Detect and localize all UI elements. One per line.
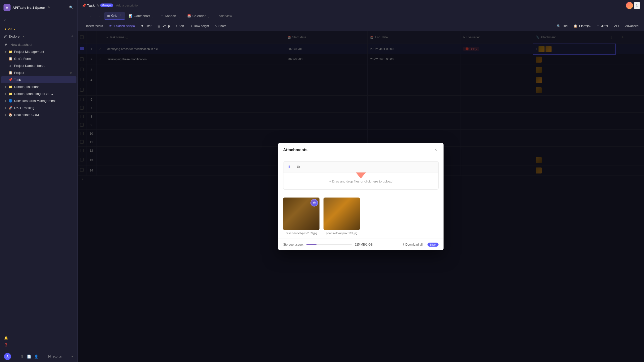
kanban-board-label: Project Kanban board xyxy=(14,64,72,68)
tab-gantt[interactable]: 📊 Gantt chart ⋮ xyxy=(126,13,157,19)
folder4-icon: 🔵 xyxy=(9,99,13,103)
find-button[interactable]: 🔍 Find xyxy=(554,23,570,29)
tab-grid[interactable]: ⊞ Grid ⋮ xyxy=(104,12,125,20)
filter-button[interactable]: ⚗ Filter xyxy=(138,23,154,29)
nav-back-button[interactable]: ← xyxy=(88,13,95,19)
delete-icon[interactable]: 🗑 xyxy=(20,354,24,358)
records-count[interactable]: 14 records xyxy=(48,355,62,358)
storage-bar xyxy=(306,244,352,245)
upload-link-button[interactable]: ⧉ xyxy=(296,164,301,170)
hidden-fields-label: 1 hidden field(s) xyxy=(113,24,135,28)
add-view-button[interactable]: + Add view xyxy=(213,13,234,19)
forms-icon: 📋 xyxy=(574,24,577,28)
edit-icon[interactable]: ✎ xyxy=(47,5,51,10)
group-button[interactable]: ▤ Group xyxy=(155,23,172,29)
modal-overlay[interactable]: Attachments × ⬆ ⧉ + Drag and drop xyxy=(78,31,644,362)
folder2-icon: 📁 xyxy=(9,85,13,89)
modal-title: Attachments xyxy=(283,148,307,152)
api-button[interactable]: API xyxy=(612,23,621,29)
folder6-icon: 🏠 xyxy=(9,113,13,117)
image-thumb-2[interactable] xyxy=(324,198,360,230)
sidebar-item-project-management[interactable]: ▶ 📁 Project Management xyxy=(1,48,76,55)
description-text[interactable]: Add a description xyxy=(116,4,139,7)
calendar-tab-more[interactable]: ⋮ xyxy=(207,14,210,18)
template-icon[interactable]: 📄 xyxy=(27,354,31,358)
download-icon: ⬇ xyxy=(402,243,404,246)
explorer-chevron: ▼ xyxy=(22,35,25,38)
sidebar-tree: # New datasheet ▶ 📁 Project Management 📋… xyxy=(0,40,77,332)
sidebar-nav-home[interactable]: ⌂ xyxy=(0,16,77,24)
kanban-icon: ⊟ xyxy=(9,64,13,68)
user-icon[interactable]: 👤 xyxy=(34,354,38,358)
sidebar-item-real-estate[interactable]: ▶ 🏠 Real estate CRM xyxy=(1,111,76,118)
mirror-button[interactable]: ⊞ Mirror xyxy=(594,23,611,29)
sidebar-item-new-datasheet[interactable]: # New datasheet xyxy=(1,41,76,48)
grid-tab-more[interactable]: ⋮ xyxy=(119,14,122,18)
tab-calendar[interactable]: 📅 Calendar ⋮ xyxy=(184,13,213,19)
storage-bar-fill xyxy=(306,244,316,245)
upload-area: ⬆ ⧉ + Drag and drop files or click here … xyxy=(283,161,439,190)
row-height-button[interactable]: ⇕ Row height xyxy=(188,23,211,29)
explorer-label: Explorer xyxy=(9,35,21,38)
explorer-toggle[interactable]: 🖊 Explorer ▼ xyxy=(4,35,25,38)
search-button[interactable]: 🔍 xyxy=(69,5,74,10)
row-height-icon: ⇕ xyxy=(190,24,193,28)
pin-chevron: ▲ xyxy=(13,28,16,31)
insert-record-button[interactable]: + Insert record xyxy=(81,23,105,29)
project-management-label: Project Management xyxy=(14,50,72,54)
user-avatar[interactable]: A xyxy=(4,353,11,360)
folder5-icon: 🚀 xyxy=(9,106,13,110)
page-title: Task xyxy=(87,4,95,8)
nav-forward-button[interactable]: → xyxy=(95,13,102,19)
calendar-icon: 📅 xyxy=(187,14,191,18)
real-estate-label: Real estate CRM xyxy=(14,113,72,117)
sidebar: A APITable No.1 Space ✎ 🔍 ⌂ ★ Pin ▲ 🖊 Ex… xyxy=(0,0,78,362)
add-item-button[interactable]: + xyxy=(71,34,73,39)
upload-toolbar: ⬆ ⧉ xyxy=(283,161,438,172)
sidebar-item-kanban-board[interactable]: ⊟ Project Kanban board xyxy=(1,62,76,69)
hidden-fields-button[interactable]: 👁 1 hidden field(s) xyxy=(106,23,137,29)
folder3-icon: 📁 xyxy=(9,92,13,96)
pin-section[interactable]: ★ Pin ▲ xyxy=(0,26,77,33)
delete-image-1-button[interactable]: 🗑 xyxy=(310,199,318,207)
expand-arrow2-icon: ▶ xyxy=(5,92,7,95)
task-icon: 📌 xyxy=(9,78,13,82)
sidebar-item-user-research[interactable]: ▶ 🔵 User Research Management xyxy=(1,97,76,104)
gantt-tab-more[interactable]: ⋮ xyxy=(151,14,154,18)
share-icon: ▷ xyxy=(215,24,217,28)
sort-button[interactable]: ↕ Sort xyxy=(173,23,187,29)
forms-button[interactable]: 📋 1 form(s) xyxy=(571,23,593,29)
user-avatar-top xyxy=(626,2,633,9)
storage-label: Storage usage: xyxy=(283,243,303,246)
task-pin-icon: 📌 xyxy=(82,4,86,8)
collapse-sidebar-button[interactable]: ⊣ xyxy=(80,13,86,19)
eye-icon: 👁 xyxy=(109,24,112,28)
modal-close-button[interactable]: × xyxy=(433,147,439,153)
kanban-tab-more[interactable]: ⋮ xyxy=(178,14,181,18)
upload-file-button[interactable]: ⬆ xyxy=(286,163,292,170)
add-view-label: + Add view xyxy=(216,14,232,18)
filter-label: Filter xyxy=(145,24,152,28)
workspace-title: APITable No.1 Space xyxy=(13,6,45,10)
grid-area: ≡ Task Name ⓘ 📅 Start_date xyxy=(78,31,644,362)
notifications-button[interactable]: 🔔 xyxy=(0,334,77,341)
advanced-button[interactable]: Advanced xyxy=(623,23,641,29)
user-research-label: User Research Management xyxy=(14,99,72,103)
share-button[interactable]: ▷ Share xyxy=(212,23,229,29)
download-all-button[interactable]: ⬇ Download all xyxy=(400,242,425,247)
sync-button[interactable]: ↻ xyxy=(634,2,640,9)
sidebar-item-task[interactable]: 📌 Task xyxy=(1,76,76,83)
grids-form-label: Grid's Form xyxy=(14,57,72,61)
insert-label: Insert record xyxy=(86,24,103,28)
tab-kanban[interactable]: ⊟ Kanban ⋮ xyxy=(158,13,184,19)
sidebar-item-okr[interactable]: ▶ 🚀 OKR Tracking xyxy=(1,104,76,111)
help-button[interactable]: ❓ xyxy=(0,341,77,349)
sidebar-item-content-marketing[interactable]: ▶ 📁 Content Marketing for SEO xyxy=(1,90,76,97)
modal-footer: Storage usage: 225 MB/1 GB ⬇ Download al… xyxy=(278,239,444,250)
sidebar-item-content-calendar[interactable]: ▶ 📁 Content calendar xyxy=(1,83,76,90)
sidebar-item-project[interactable]: 📋 Project ▷ xyxy=(1,69,76,76)
records-chevron[interactable]: ▼ xyxy=(71,355,73,358)
sidebar-item-grids-form[interactable]: 📋 Grid's Form xyxy=(1,55,76,62)
sidebar-nav: ⌂ xyxy=(0,14,77,26)
modal-images: 🗑 pexels-life-of-pix-8169.jpg pexels-lif xyxy=(278,194,444,239)
